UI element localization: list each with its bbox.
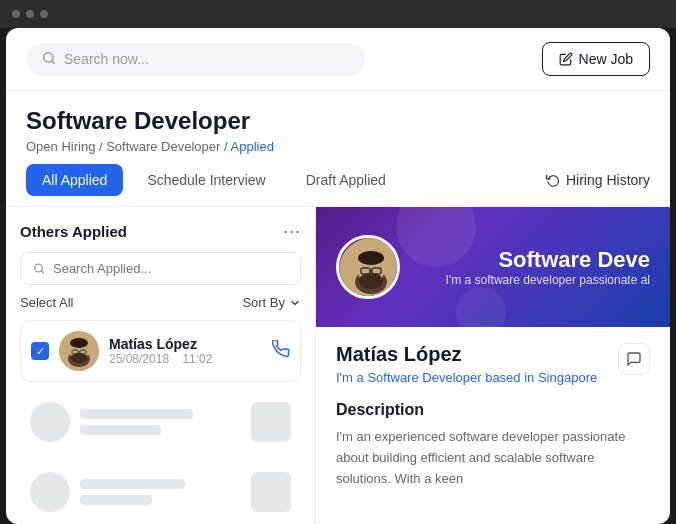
skeleton-row-2 [20,462,301,522]
profile-role: I'm a Software Developer based in Singap… [336,370,597,385]
skeleton-line-2a [80,479,185,489]
call-icon[interactable] [272,340,290,363]
profile-name: Matías López [336,343,597,366]
right-panel: Software Deve I'm a software developer p… [316,207,670,524]
applicant-date: 25/08/2018 11:02 [109,352,262,366]
select-all-button[interactable]: Select All [20,295,73,310]
refresh-icon [546,173,560,187]
new-job-label: New Job [579,51,633,67]
window-dot-1 [12,10,20,18]
banner-subtitle: I'm a software developer passionate al [446,273,650,287]
svg-point-11 [71,353,87,363]
panel-header: Others Applied ··· [20,221,301,242]
breadcrumb-link[interactable]: Applied [231,139,274,154]
breadcrumb-prefix: Open Hiring / Software Developer / [26,139,228,154]
skeleton-rect-1 [251,402,291,442]
avatar [59,331,99,371]
new-job-button[interactable]: New Job [542,42,650,76]
tab-draft-applied[interactable]: Draft Applied [290,164,402,196]
chevron-down-icon [289,297,301,309]
hiring-history-button[interactable]: Hiring History [546,172,650,188]
edit-icon [559,52,573,66]
controls-row: Select All Sort By [20,295,301,310]
chat-button[interactable] [618,343,650,375]
svg-point-7 [70,338,88,348]
profile-details: Matías López I'm a Software Developer ba… [336,343,597,385]
skeleton-lines-2 [80,479,241,505]
svg-line-1 [52,60,55,63]
skeleton-line-1b [80,425,161,435]
search-placeholder: Search now... [64,51,149,67]
applicant-card[interactable]: ✓ [20,320,301,382]
banner-avatar-image [339,238,400,299]
skeleton-lines-1 [80,409,241,435]
skeleton-avatar-1 [30,402,70,442]
banner-avatar [336,235,400,299]
title-bar [0,0,676,28]
window-dot-2 [26,10,34,18]
skeleton-line-2b [80,495,152,505]
banner-text: Software Deve I'm a software developer p… [446,247,650,287]
avatar-image [59,331,99,371]
applicant-checkbox[interactable]: ✓ [31,342,49,360]
breadcrumb: Open Hiring / Software Developer / Appli… [26,139,650,154]
chat-icon [626,351,642,367]
hiring-history-label: Hiring History [566,172,650,188]
window-dot-3 [40,10,48,18]
description-title: Description [336,401,650,419]
skeleton-row-1 [20,392,301,452]
page-title: Software Developer [26,107,650,135]
svg-point-19 [359,273,383,289]
svg-line-3 [41,271,43,273]
top-bar: Search now... New Job [6,28,670,91]
sort-by-button[interactable]: Sort By [242,295,301,310]
profile-row: Matías López I'm a Software Developer ba… [336,343,650,385]
search-box[interactable]: Search now... [26,43,366,76]
profile-banner: Software Deve I'm a software developer p… [316,207,670,327]
applicant-info: Matías López 25/08/2018 11:02 [109,336,262,366]
check-icon: ✓ [36,345,45,358]
description-section: Description I'm an experienced software … [316,401,670,505]
search-applied-icon [33,262,45,275]
main-content: Others Applied ··· Select All Sort By [6,207,670,524]
more-options-icon[interactable]: ··· [283,221,301,242]
panel-title: Others Applied [20,223,127,240]
app-window: Search now... New Job Software Developer… [6,28,670,524]
search-applied-box[interactable] [20,252,301,285]
search-applied-input[interactable] [53,261,288,276]
skeleton-line-1a [80,409,193,419]
banner-title: Software Deve [446,247,650,273]
page-header: Software Developer Open Hiring / Softwar… [6,91,670,164]
description-text: I'm an experienced software developer pa… [336,427,650,489]
search-icon [42,51,56,68]
tabs-bar: All Applied Schedule Interview Draft App… [6,164,670,207]
tab-schedule-interview[interactable]: Schedule Interview [131,164,281,196]
skeleton-rect-2 [251,472,291,512]
profile-section: Matías López I'm a Software Developer ba… [316,327,670,401]
svg-point-15 [358,251,384,265]
left-panel: Others Applied ··· Select All Sort By [6,207,316,524]
tab-all-applied[interactable]: All Applied [26,164,123,196]
skeleton-avatar-2 [30,472,70,512]
sort-by-label: Sort By [242,295,285,310]
applicant-name: Matías López [109,336,262,352]
